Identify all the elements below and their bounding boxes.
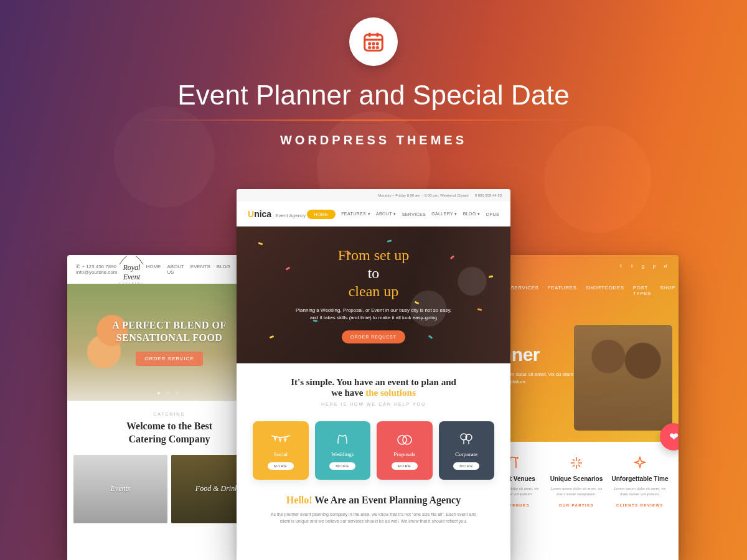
more-button[interactable]: MORE — [392, 462, 418, 470]
cat-label: Social — [274, 451, 288, 457]
feature-copy: Lorem ipsum dolor sit amet, vix diam nos… — [547, 486, 606, 497]
nav-blog[interactable]: BLOG ▾ — [463, 212, 481, 217]
theme-card-unica[interactable]: Monday – Friday 8.00 am – 6.00 pm, Weeke… — [237, 189, 510, 560]
twitter-icon[interactable]: t — [629, 263, 635, 269]
about-heading: Hello! We Are an Event Planning Agency — [258, 495, 489, 506]
more-button[interactable]: MORE — [329, 462, 355, 470]
nav-features[interactable]: FEATURES — [548, 285, 577, 296]
svg-point-5 — [373, 47, 374, 49]
feature-title: Unforgettable Time — [610, 475, 670, 482]
fireworks-icon — [610, 454, 670, 472]
nav-shop[interactable]: SHOP — [660, 285, 675, 296]
google-icon[interactable]: g — [640, 263, 646, 269]
svg-point-12 — [517, 457, 518, 459]
nav-features[interactable]: FEATURES ▾ — [341, 212, 370, 217]
nav-post-types[interactable]: POST TYPES — [633, 285, 651, 296]
intro-section: It's simple. You have an event to plan a… — [237, 363, 510, 413]
pinterest-icon[interactable]: p — [651, 263, 657, 269]
nav-about[interactable]: ABOUT US — [167, 264, 184, 275]
nav-services[interactable]: SERVICES — [510, 285, 538, 296]
svg-point-2 — [373, 43, 374, 44]
cat-social[interactable]: Social MORE — [253, 421, 309, 480]
cat-label: Corporate — [455, 451, 477, 457]
info-bar: Monday – Friday 8.00 am – 6.00 pm, Weeke… — [237, 189, 510, 202]
brand-logo: Unica Event Agency — [248, 209, 306, 219]
logo-tagline: Event Agency — [275, 213, 306, 218]
nav-events[interactable]: EVENTS — [190, 264, 210, 275]
feature-link[interactable]: CLIENTS REVIEWS — [610, 503, 670, 507]
nav-shortcodes[interactable]: SHORTCODES — [585, 285, 624, 296]
order-request-button[interactable]: ORDER REQUEST — [342, 330, 405, 343]
feature-link[interactable]: OUR PARTIES — [547, 503, 606, 507]
svg-point-8 — [403, 436, 411, 444]
nav-about[interactable]: ABOUT ▾ — [376, 212, 397, 217]
hero-people-photo — [574, 325, 672, 431]
more-button[interactable]: MORE — [453, 462, 479, 470]
phone-text: 0 800 555 44 33 — [475, 194, 502, 197]
calendar-icon-badge — [349, 17, 398, 66]
svg-point-7 — [398, 436, 406, 444]
about-copy: As the premier event planning company in… — [268, 511, 479, 525]
hours-text: Monday – Friday 8.00 am – 6.00 pm, Weeke… — [378, 194, 468, 197]
social-icons: f t g p d — [618, 263, 669, 269]
nav-gallery[interactable]: GALLERY ▾ — [431, 212, 458, 217]
category-cards: Social MORE Weddings MORE Proposal — [237, 413, 510, 485]
nav-services[interactable]: SERVICES — [402, 212, 426, 217]
phone-icon: ✆ — [76, 264, 82, 269]
about-section: Hello! We Are an Event Planning Agency A… — [237, 485, 510, 525]
svg-point-6 — [377, 47, 378, 49]
logo-rest: nica — [254, 209, 271, 219]
logo-word-1: Royal — [123, 263, 140, 272]
nav-menu: HOME SERVICES FEATURES SHORTCODES POST T… — [486, 285, 667, 296]
order-service-button[interactable]: ORDER SERVICE — [136, 352, 202, 366]
cat-proposals[interactable]: Proposals MORE — [377, 421, 433, 480]
cat-label: Proposals — [393, 451, 415, 457]
hero-headline: A PERFECT BLEND OF SENSATIONAL FOOD — [112, 319, 226, 344]
svg-point-3 — [377, 43, 378, 44]
nav-home[interactable]: HOME — [146, 264, 161, 275]
feature-time: Unforgettable Time Lorem ipsum dolor sit… — [610, 454, 670, 507]
facebook-icon[interactable]: f — [618, 263, 624, 269]
email-text: info@yoursite.com — [76, 269, 117, 275]
balloons-icon — [459, 431, 474, 447]
logo-word-2: Event — [123, 273, 140, 281]
tile-events[interactable]: Events — [73, 455, 167, 523]
brand-logo: Royal Event CATERING — [117, 255, 146, 285]
cat-weddings[interactable]: Weddings MORE — [315, 421, 371, 480]
nav-blog[interactable]: BLOG — [217, 264, 230, 275]
calendar-icon — [362, 30, 385, 54]
phone-text: + 123 456 7890 — [82, 264, 116, 269]
nav-home[interactable]: HOME — [307, 210, 336, 219]
dribbble-icon[interactable]: d — [662, 263, 669, 269]
intro-kicker: HERE IS HOW WE CAN HELP YOU — [255, 402, 492, 406]
rings-icon — [395, 431, 414, 447]
nav-menu: HOME FEATURES ▾ ABOUT ▾ SERVICES GALLERY… — [307, 210, 499, 219]
feature-copy: Lorem ipsum dolor sit amet, vix diam nos… — [610, 486, 670, 497]
page-header: Event Planner and Special Date WORDPRESS… — [0, 17, 747, 147]
page-subtitle: WORDPRESS THEMES — [0, 133, 747, 147]
feature-title: Unique Scenarios — [547, 475, 606, 482]
nav-opus[interactable]: OPUS — [486, 212, 499, 217]
divider — [137, 119, 610, 121]
more-button[interactable]: MORE — [268, 462, 294, 470]
page-title: Event Planner and Special Date — [0, 80, 747, 111]
hero-headline: From set up to clean up — [338, 246, 410, 300]
bunting-icon — [270, 431, 291, 447]
intro-heading: It's simple. You have an event to plan a… — [255, 377, 492, 398]
svg-point-4 — [369, 47, 370, 49]
main-nav: Unica Event Agency HOME FEATURES ▾ ABOUT… — [237, 202, 510, 226]
hero-copy: Planning a Wedding, Proposal, or Event i… — [293, 307, 454, 322]
hero-banner: From set up to clean up Planning a Weddi… — [237, 226, 510, 363]
toast-icon — [334, 431, 350, 447]
feature-scenarios: Unique Scenarios Lorem ipsum dolor sit a… — [547, 454, 606, 507]
cat-corporate[interactable]: Corporate MORE — [439, 421, 495, 480]
svg-point-1 — [369, 43, 370, 44]
logo-letter-u: U — [248, 209, 254, 219]
theme-cards-stage: ✆ + 123 456 7890 info@yoursite.com Royal… — [0, 187, 747, 560]
sparkle-icon — [547, 454, 606, 472]
cat-label: Weddings — [331, 451, 354, 457]
